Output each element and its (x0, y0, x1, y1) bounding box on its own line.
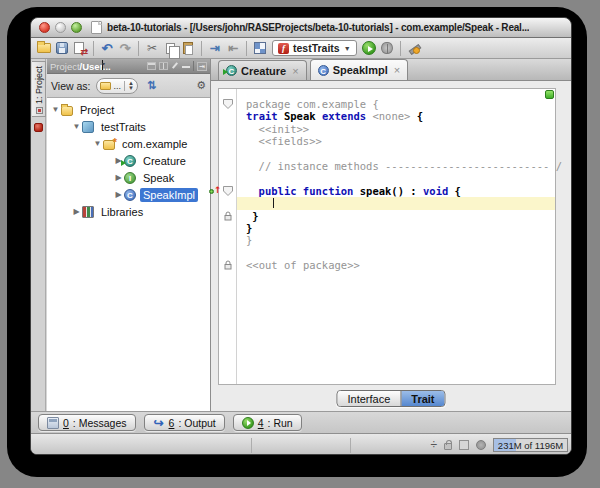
paste-icon (183, 42, 193, 54)
make-project-button[interactable] (251, 39, 269, 57)
code-editor[interactable]: package com.example {trait Speak extends… (218, 88, 556, 385)
open-file-button[interactable] (35, 39, 53, 57)
code-line[interactable]: <<init>> (219, 123, 555, 135)
disclosure-collapsed-icon[interactable]: ▶ (113, 173, 124, 182)
code-line[interactable]: package com.example { (219, 98, 555, 110)
button-label: : Output (178, 417, 215, 429)
disclosure-expanded-icon[interactable]: ▼ (71, 122, 82, 131)
folder-icon (100, 82, 111, 90)
code-token: Speak (278, 110, 322, 122)
line-separator-icon[interactable]: ÷ (430, 438, 437, 452)
code-token: speak() : (353, 185, 423, 197)
step-into-button[interactable]: ⇥ (206, 39, 224, 57)
toolwindow-button-output[interactable]: ↪6: Output (144, 414, 225, 431)
copy-button[interactable] (161, 39, 179, 57)
paste-button[interactable] (179, 39, 197, 57)
tree-item-libraries[interactable]: ▶Libraries (47, 203, 210, 220)
tab-close-icon[interactable]: × (394, 64, 400, 76)
save-all-button[interactable] (53, 39, 71, 57)
fold-marker-icon[interactable] (223, 186, 233, 196)
cut-button[interactable]: ✂ (143, 39, 161, 57)
code-line[interactable]: // instance methods --------------------… (219, 160, 555, 172)
dock-arrow-icon[interactable]: ⇥ (197, 62, 207, 71)
panel-settings-button[interactable]: ⚙ ▾ (196, 79, 206, 92)
debug-button[interactable] (378, 39, 396, 57)
disclosure-expanded-icon[interactable]: ▼ (50, 105, 61, 114)
toolwindow-button-run[interactable]: 4: Run (233, 414, 302, 431)
editor-area: CCreature×CSpeakImpl× package com.exampl… (211, 59, 571, 411)
button-mnemonic: 4 (258, 417, 264, 429)
float-mode-icon[interactable] (147, 62, 156, 70)
button-label: : Run (268, 417, 293, 429)
zoom-button[interactable] (71, 22, 82, 33)
tree-item-label: Project (77, 103, 117, 117)
inspection-hector-icon[interactable] (476, 440, 486, 450)
stripe-icon-red[interactable] (34, 123, 43, 132)
project-panel-header[interactable]: Project /User... ⇥ (47, 59, 210, 74)
view-as-value: ... (114, 81, 122, 91)
tool-window-stripe: 1: Project (31, 59, 46, 411)
editor-tab-speakimpl[interactable]: CSpeakImpl× (310, 59, 408, 80)
code-line[interactable]: } (219, 234, 555, 246)
minimize-panel-icon[interactable] (182, 62, 190, 70)
editor-tab-creature[interactable]: CCreature× (218, 60, 307, 80)
panel-title-path: /User... (80, 61, 111, 72)
toolwindow-button-messages[interactable]: 0: Messages (38, 414, 136, 431)
synchronize-button[interactable] (71, 39, 89, 57)
split-mode-icon[interactable] (159, 62, 168, 70)
code-line[interactable] (219, 148, 555, 160)
fold-marker-icon[interactable] (223, 99, 233, 109)
view-toggle-interface[interactable]: Interface (337, 391, 400, 406)
tree-item-label: Creature (140, 154, 189, 168)
tree-item-testtraits[interactable]: ▼testTraits (47, 118, 210, 135)
toolbar-separator (246, 41, 247, 56)
code-line[interactable] (219, 247, 555, 259)
disclosure-collapsed-icon[interactable]: ▶ (71, 207, 82, 216)
toolbar-separator (400, 41, 401, 56)
lock-icon[interactable] (444, 443, 452, 450)
copy-icon (166, 43, 175, 54)
memory-indicator[interactable]: 231M of 1196M (493, 438, 568, 452)
collapse-all-button[interactable]: ⇅ (147, 79, 156, 92)
code-line[interactable]: trait Speak extends <none> { (219, 110, 555, 122)
code-line[interactable]: } (219, 210, 555, 222)
tab-close-icon[interactable]: × (292, 65, 298, 77)
editor-tab-bar: CCreature×CSpeakImpl× (211, 59, 571, 81)
code-token: extends (322, 110, 366, 122)
tree-item-creature[interactable]: ▶CCreature (47, 152, 210, 169)
status-bar: ÷ 231M of 1196M (31, 433, 571, 455)
tree-item-project[interactable]: ▼Project (47, 101, 210, 118)
code-line[interactable] (219, 197, 555, 209)
step-out-button[interactable]: ⇤ (224, 39, 242, 57)
code-token: { (410, 110, 423, 122)
project-tool-window-tab[interactable]: 1: Project (32, 61, 46, 117)
tree-item-speak[interactable]: ▶ISpeak (47, 169, 210, 186)
run-button[interactable] (360, 39, 378, 57)
disclosure-collapsed-icon[interactable]: ▶ (113, 190, 124, 199)
code-line[interactable] (219, 172, 555, 184)
redo-button[interactable]: ↷ (116, 39, 134, 57)
code-line[interactable]: <<out of package>> (219, 259, 555, 271)
lock-marker-icon (223, 260, 233, 270)
tree-item-com-example[interactable]: ▼com.example (47, 135, 210, 152)
run-configuration-select[interactable]: f testTraits ▼ (272, 40, 357, 56)
minimize-button[interactable] (55, 22, 66, 33)
tree-item-speakimpl[interactable]: ▶CSpeakImpl (47, 186, 210, 203)
toolbar-separator (93, 41, 94, 56)
build-settings-button[interactable] (405, 39, 423, 57)
view-toggle-trait[interactable]: Trait (400, 391, 444, 406)
pin-icon[interactable] (171, 62, 179, 70)
view-as-select[interactable]: ... ▲▼ (96, 78, 138, 94)
code-line[interactable]: <<fields>> (219, 135, 555, 147)
close-button[interactable] (39, 22, 50, 33)
code-line[interactable]: } (219, 222, 555, 234)
implements-marker-icon[interactable]: ↑ (209, 186, 219, 196)
code-line[interactable]: ↑public function speak() : void { (219, 185, 555, 197)
toggle-square-icon[interactable] (459, 440, 469, 450)
code-token: trait (246, 110, 278, 122)
undo-button[interactable]: ↶ (98, 39, 116, 57)
disclosure-expanded-icon[interactable]: ▼ (92, 139, 103, 148)
tree-item-label: com.example (119, 137, 190, 151)
code-token: <<fields>> (259, 135, 322, 147)
document-proxy-icon (91, 21, 102, 34)
